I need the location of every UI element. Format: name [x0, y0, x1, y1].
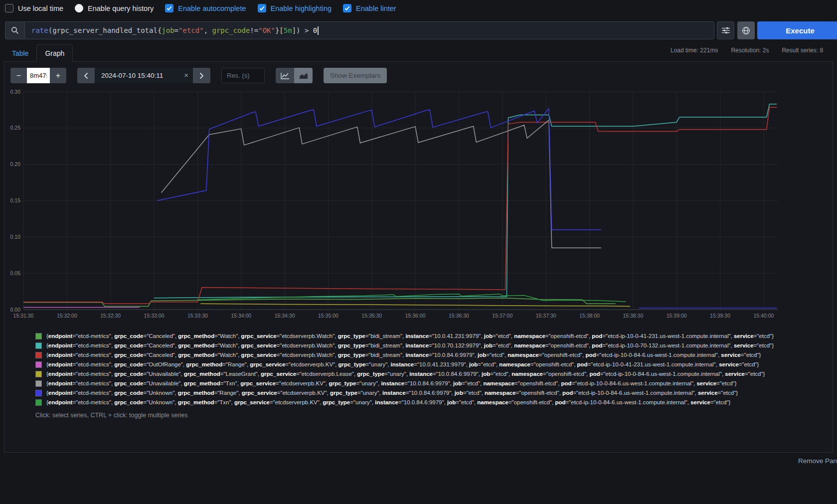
checkbox-checked-icon[interactable] [258, 4, 266, 12]
legend-item-4[interactable]: {endpoint="etcd-metrics", grpc_code="Una… [35, 369, 785, 379]
checkbox-unchecked-icon[interactable] [5, 4, 13, 12]
chevron-left-icon [84, 72, 88, 79]
series-line-1[interactable] [154, 104, 777, 298]
graph-controls: − + × [10, 68, 387, 83]
option-label: Use local time [18, 4, 63, 12]
time-back-button[interactable] [77, 68, 95, 83]
tab-table[interactable]: Table [4, 45, 36, 62]
series-line-7[interactable] [197, 294, 626, 302]
series-line-0[interactable] [23, 298, 616, 307]
query-token-paren: ( [48, 26, 52, 34]
query-token-duration: 5m [284, 26, 292, 34]
series-color-swatch[interactable] [35, 371, 42, 377]
option-enable-autocomplete[interactable]: Enable autocomplete [165, 4, 246, 12]
legend-item-0[interactable]: {endpoint="etcd-metrics", grpc_code="Can… [35, 332, 785, 341]
option-label: Enable linter [356, 4, 396, 12]
series-line-5[interactable] [162, 120, 601, 248]
x-axis-label: 15:37:30 [536, 313, 556, 319]
x-axis-label: 15:32:30 [100, 313, 121, 319]
stacked-chart-icon [299, 72, 308, 79]
clear-time-icon[interactable]: × [184, 71, 188, 80]
query-token-paren: != [250, 26, 258, 34]
x-axis-label: 15:34:00 [231, 313, 251, 319]
series-label: {endpoint="etcd-metrics", grpc_code="Can… [46, 332, 774, 341]
series-label: {endpoint="etcd-metrics", grpc_code="Can… [46, 341, 774, 350]
time-series-chart[interactable]: 0.000.050.100.150.200.250.3015:31:3015:3… [6, 87, 830, 325]
x-axis-label: 15:39:00 [667, 313, 687, 319]
range-control: − + [10, 68, 66, 83]
series-color-swatch[interactable] [35, 361, 42, 368]
stacked-chart-button[interactable] [294, 68, 313, 83]
x-axis-label: 15:38:00 [579, 313, 600, 319]
option-enable-linter[interactable]: Enable linter [343, 4, 396, 12]
text-cursor [318, 26, 319, 35]
graph-panel: − + × [4, 61, 833, 453]
option-enable-query-history[interactable]: Enable query history [75, 4, 154, 12]
remove-panel-button[interactable]: Remove Panel [798, 457, 837, 465]
legend-item-2[interactable]: {endpoint="etcd-metrics", grpc_code="Can… [35, 350, 785, 360]
query-token-paren: = [174, 26, 178, 34]
checkbox-unchecked-icon[interactable] [75, 4, 83, 12]
query-token-metric: grpc_server_handled_total [52, 26, 158, 34]
datetime-input[interactable] [95, 68, 193, 83]
series-label: {endpoint="etcd-metrics", grpc_code="Out… [46, 360, 759, 369]
search-button[interactable] [5, 21, 24, 39]
datetime-field: × [95, 68, 193, 83]
series-line-2[interactable] [23, 107, 777, 304]
x-axis-label: 15:34:30 [275, 313, 295, 319]
x-axis-label: 15:33:30 [187, 313, 208, 319]
query-token-string: "etcd" [178, 26, 204, 34]
range-input[interactable] [27, 68, 50, 83]
legend-item-7[interactable]: {endpoint="etcd-metrics", grpc_code="Unk… [35, 398, 785, 407]
legend-item-1[interactable]: {endpoint="etcd-metrics", grpc_code="Can… [35, 341, 785, 350]
chart-type-toggle [276, 68, 313, 83]
legend-item-6[interactable]: {endpoint="etcd-metrics", grpc_code="Unk… [35, 388, 785, 398]
series-legend: {endpoint="etcd-metrics", grpc_code="Can… [35, 332, 785, 407]
y-axis-label: 0.20 [10, 161, 21, 167]
line-chart-button[interactable] [276, 68, 294, 83]
query-stats: Load time: 221ms Resolution: 2s Result s… [670, 47, 823, 54]
legend-hint: Click: select series, CTRL + click: togg… [35, 411, 785, 420]
sliders-icon [722, 27, 730, 34]
query-token-paren: } [275, 26, 279, 34]
series-line-6[interactable] [157, 109, 777, 309]
query-token-fn: rate [31, 26, 48, 34]
decrease-range-button[interactable]: − [10, 68, 27, 83]
query-token-string: "OK" [258, 26, 275, 34]
execute-button[interactable]: Execute [757, 21, 837, 39]
chevron-right-icon [199, 72, 204, 79]
legend-item-3[interactable]: {endpoint="etcd-metrics", grpc_code="Out… [35, 360, 785, 369]
query-options-button[interactable] [717, 21, 734, 39]
tab-graph[interactable]: Graph [36, 44, 73, 62]
x-axis-label: 15:32:00 [57, 313, 77, 319]
series-color-swatch[interactable] [35, 380, 42, 387]
series-color-swatch[interactable] [35, 390, 42, 396]
legend-area: {endpoint="etcd-metrics", grpc_code="Can… [35, 332, 785, 420]
series-label: {endpoint="etcd-metrics", grpc_code="Can… [46, 350, 761, 360]
x-axis-label: 15:40:00 [753, 313, 774, 319]
x-axis-label: 15:36:00 [405, 313, 426, 319]
checkbox-checked-icon[interactable] [343, 4, 351, 12]
series-color-swatch[interactable] [35, 342, 42, 349]
series-label: {endpoint="etcd-metrics", grpc_code="Unk… [46, 398, 730, 407]
series-label: {endpoint="etcd-metrics", grpc_code="Unk… [46, 388, 738, 398]
x-axis-label: 15:39:30 [710, 313, 730, 319]
series-color-swatch[interactable] [35, 352, 42, 358]
metrics-explorer-button[interactable] [737, 21, 755, 39]
option-use-local-time[interactable]: Use local time [5, 4, 63, 12]
tabs: Table Graph [4, 44, 73, 62]
query-expression-input[interactable]: rate(grpc_server_handled_total{job="etcd… [24, 21, 714, 39]
show-exemplars-button[interactable]: Show Exemplars [324, 68, 387, 83]
checkbox-checked-icon[interactable] [165, 4, 173, 12]
options-bar: Use local timeEnable query historyEnable… [5, 4, 396, 12]
y-axis-label: 0.00 [10, 307, 21, 313]
query-token-paren: ) [296, 26, 300, 34]
option-enable-highlighting[interactable]: Enable highlighting [258, 4, 332, 12]
legend-item-5[interactable]: {endpoint="etcd-metrics", grpc_code="Una… [35, 379, 785, 388]
increase-range-button[interactable]: + [50, 68, 66, 83]
series-color-swatch[interactable] [35, 333, 42, 339]
time-forward-button[interactable] [193, 68, 210, 83]
series-label: {endpoint="etcd-metrics", grpc_code="Una… [46, 369, 765, 379]
series-color-swatch[interactable] [35, 399, 42, 406]
resolution-input[interactable] [221, 68, 265, 83]
